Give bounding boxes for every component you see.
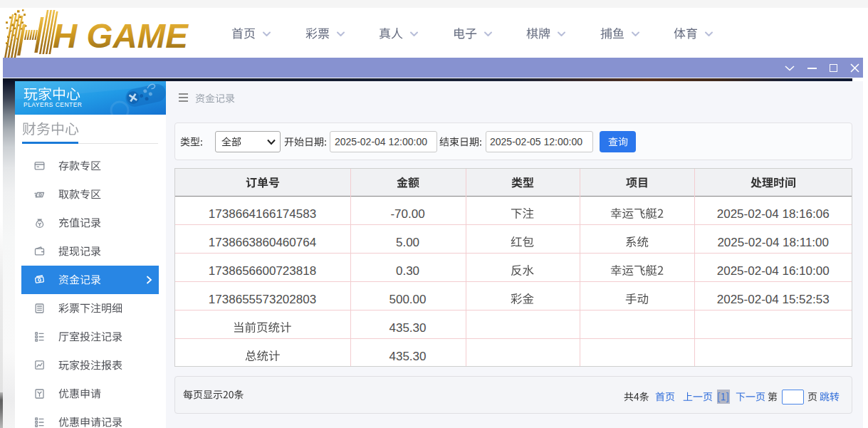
- svg-text:H GAME: H GAME: [53, 17, 189, 55]
